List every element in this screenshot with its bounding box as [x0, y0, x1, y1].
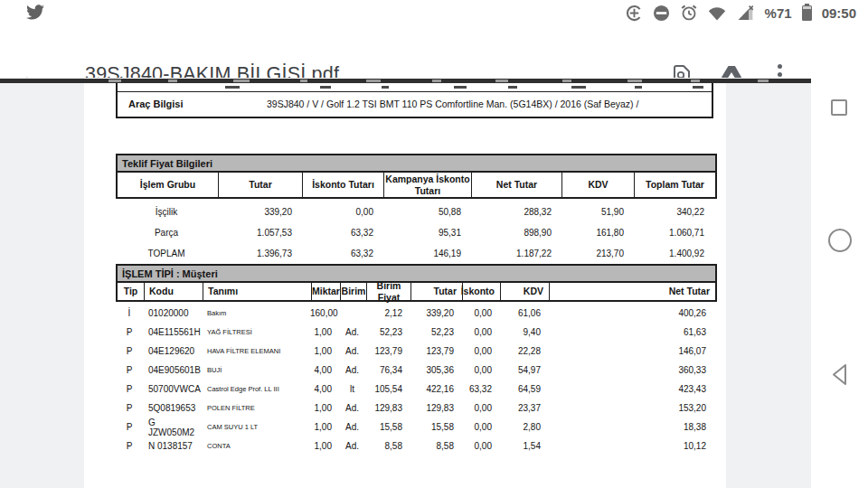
cell-kodu: G JZW050M2	[143, 418, 202, 437]
cell-miktar: 1,00	[310, 441, 339, 451]
screen: %71 09:50 ← 39SJ840-BAKIM BİLGİSİ.pdf	[0, 0, 868, 488]
table-row: İşçilik 339,20 0,00 50,88 288,32 51,90 3…	[116, 202, 717, 222]
cell-iskonto: 0,00	[461, 308, 499, 318]
table-row: P04E115561HYAĞ FİLTRESİ1,00Ad.52,2352,23…	[116, 323, 717, 342]
cell-tutar: 422,16	[410, 384, 461, 394]
cell-birim: Ad.	[339, 403, 365, 413]
cell-birim: Ad.	[339, 441, 365, 451]
cell-birim-fiyat: 105,54	[365, 384, 410, 394]
cell-kdv: 161,80	[561, 228, 633, 238]
cell-tutar: 52,23	[410, 327, 461, 337]
cell-kodu: 01020000	[143, 308, 202, 318]
cell-tanimi: Bakım	[202, 309, 310, 317]
quote-price-table: Teklif Fiyat Bilgileri İşlem Grubu Tutar…	[116, 154, 717, 264]
cell-miktar: 1,00	[310, 327, 339, 337]
cell-miktar: 1,00	[310, 422, 339, 432]
twitter-icon	[25, 5, 45, 21]
cell-tip: P	[116, 327, 143, 337]
cell-kdv: 51,90	[561, 207, 633, 217]
cell-kodu: 04E115561H	[143, 327, 202, 337]
cell-tutar: 15,58	[410, 422, 461, 432]
col-tutar: Tutar	[411, 283, 463, 300]
vehicle-info-row: Araç Bilgisi 39SJ840 / V / Golf 1.2 TSI …	[118, 92, 712, 116]
table-row: İ01020000Bakım160,002,12339,200,0061,064…	[116, 304, 717, 323]
status-bar: %71 09:50	[0, 0, 868, 25]
cell-toplam: 340,22	[633, 207, 713, 217]
operations-section-header: İŞLEM TİPİ : Müşteri	[116, 264, 717, 283]
table-row: P5Q0819653POLEN FİLTRE1,00Ad.129,83129,8…	[116, 399, 717, 418]
cell-kdv: 2,80	[499, 422, 548, 432]
cell-kodu: 04E905601B	[143, 365, 202, 375]
data-saver-icon	[626, 5, 643, 22]
cell-net-tutar: 360,33	[548, 365, 713, 375]
cell-net: 1.187,22	[470, 249, 561, 258]
cell-iskonto: 63,32	[301, 249, 382, 258]
cell-group: Parça	[116, 228, 217, 238]
col-kdv: KDV	[562, 173, 635, 197]
battery-percent: %71	[765, 5, 792, 21]
cell-kdv: 23,37	[499, 403, 548, 413]
cell-iskonto: 0,00	[461, 441, 499, 451]
col-tutar: Tutar	[219, 173, 303, 197]
table-row: P50700VWCACastrol Edge Prof. LL III4,00l…	[116, 380, 717, 399]
col-iskonto: İskonto	[463, 283, 501, 300]
col-kampanya: Kampanya İskonto Tutarı	[384, 173, 472, 197]
cell-tanimi: POLEN FİLTRE	[202, 404, 310, 412]
operations-column-headers: Tip Kodu Tanımı Miktar Birim Birim Fiyat…	[116, 283, 717, 302]
cell-iskonto: 0,00	[461, 403, 499, 413]
cell-kdv: 64,59	[499, 384, 548, 394]
operations-table: İŞLEM TİPİ : Müşteri Tip Kodu Tanımı Mik…	[116, 264, 717, 455]
cell-tanimi: Castrol Edge Prof. LL III	[202, 385, 310, 393]
cell-tanimi: BUJİ	[202, 366, 310, 374]
col-birim-fiyat: Birim Fiyat	[367, 283, 411, 300]
home-circle-icon[interactable]	[828, 229, 852, 252]
table-row: PG JZW050M2CAM SUYU 1 LT1,00Ad.15,5815,5…	[116, 418, 717, 436]
cell-tanimi: CAM SUYU 1 LT	[202, 423, 310, 431]
vehicle-info-table: Araç Bilgisi 39SJ840 / V / Golf 1.2 TSI …	[116, 83, 713, 118]
cell-kampanya: 146,19	[382, 249, 470, 258]
cell-tutar: 1.396,73	[217, 249, 301, 258]
col-kodu: Kodu	[145, 283, 203, 300]
quote-section-header: Teklif Fiyat Bilgileri	[116, 154, 717, 173]
cell-tanimi: CONTA	[202, 442, 310, 450]
cell-tutar: 123,79	[410, 346, 461, 356]
cell-birim: Ad.	[339, 327, 365, 337]
cell-kampanya: 95,31	[382, 228, 470, 238]
cell-birim-fiyat: 2,12	[365, 308, 410, 318]
cell-iskonto: 0,00	[461, 346, 499, 356]
col-tip: Tip	[118, 283, 145, 300]
cell-birim: Ad.	[339, 365, 365, 375]
cell-tip: İ	[116, 308, 143, 318]
cell-tip: P	[116, 384, 143, 394]
cell-iskonto: 63,32	[461, 384, 499, 394]
cell-miktar: 4,00	[310, 384, 339, 394]
back-triangle-icon[interactable]	[832, 363, 847, 386]
cell-kodu: 50700VWCA	[143, 384, 202, 394]
col-net-tutar: Net Tutar	[550, 283, 715, 300]
cell-birim-fiyat: 76,34	[365, 365, 410, 375]
cell-kodu: 5Q0819653	[143, 403, 202, 413]
table-row: P04E905601BBUJİ4,00Ad.76,34305,360,0054,…	[116, 361, 717, 380]
recents-square-icon[interactable]	[831, 99, 847, 116]
quote-column-headers: İşlem Grubu Tutar İskonto Tutarı Kampany…	[116, 173, 717, 199]
cell-birim-fiyat: 15,58	[365, 422, 410, 432]
cell-tip: P	[116, 365, 143, 375]
cell-net-tutar: 146,07	[548, 346, 713, 356]
vehicle-info-label: Araç Bilgisi	[118, 99, 267, 109]
table-row: TOPLAM 1.396,73 63,32 146,19 1.187,22 21…	[116, 243, 717, 264]
cell-tip: P	[116, 422, 143, 432]
col-tanimi: Tanımı	[203, 283, 312, 300]
cell-kodu: 04E129620	[143, 346, 202, 356]
cell-iskonto: 0,00	[461, 422, 499, 432]
battery-icon	[802, 5, 812, 21]
cell-signal-no-data-icon	[736, 5, 755, 21]
cell-miktar: 1,00	[310, 346, 339, 356]
table-row: PN 0138157CONTA1,00Ad.8,588,580,001,5410…	[116, 436, 717, 455]
cell-tanimi: YAĞ FİLTRESİ	[202, 328, 310, 336]
cell-kdv: 54,97	[499, 365, 548, 375]
cell-kdv: 22,28	[499, 346, 548, 356]
cell-miktar: 4,00	[310, 365, 339, 375]
cell-birim-fiyat: 8,58	[365, 441, 410, 451]
cell-iskonto: 0,00	[461, 327, 499, 337]
status-time: 09:50	[822, 5, 856, 21]
